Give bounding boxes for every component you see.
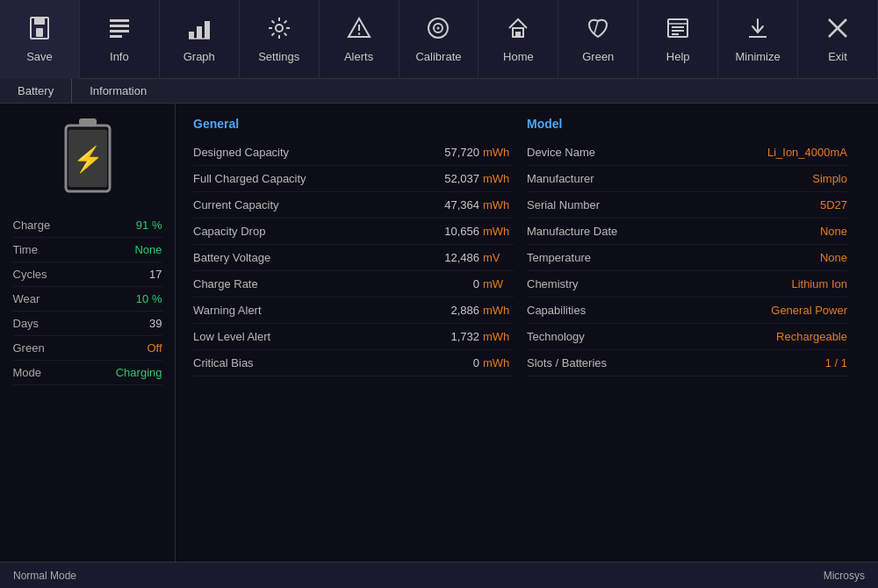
toolbar-item-minimize[interactable]: Minimize [718,0,798,79]
toolbar-item-graph[interactable]: Graph [160,0,240,79]
svg-line-19 [594,21,598,33]
info-row: Serial Number5D27 [527,192,847,219]
save-label: Save [26,50,53,63]
stat-value: 17 [149,268,162,281]
battery-icon: ⚡ [61,117,114,196]
home-label: Home [503,50,534,63]
info-row: CapabilitiesGeneral Power [527,298,847,324]
svg-rect-22 [672,26,684,28]
alerts-icon [347,16,371,45]
info-val-text: None [820,251,847,264]
info-val-text: Simplo [812,172,847,185]
info-key: Device Name [527,146,767,159]
info-unit: mWh [483,172,514,185]
info-row: Full Charged Capacity52,037mWh [193,166,514,192]
info-grid: General Designed Capacity57,720mWhFull C… [193,112,860,376]
green-label: Green [582,50,614,63]
info-row: Charge Rate0mW [193,271,514,298]
svg-rect-6 [110,35,122,38]
toolbar: Save Info Graph Settings Alerts [0,0,878,79]
stat-row: Cycles17 [13,262,162,287]
breadcrumb: Battery Information [0,79,878,104]
svg-rect-3 [110,19,129,22]
info-val-num: 12,486 [444,251,479,264]
stat-row: GreenOff [13,336,162,361]
info-row: Low Level Alert1,732mWh [193,324,514,350]
info-key: Full Charged Capacity [193,172,444,185]
calibrate-icon [426,16,450,45]
stat-label: Green [13,341,45,355]
info-unit: mWh [483,198,514,212]
battery-icon-container: ⚡ [61,117,114,196]
info-val-num: 57,720 [444,146,479,159]
stat-label: Mode [13,366,42,379]
toolbar-item-home[interactable]: Home [479,0,558,79]
toolbar-item-exit[interactable]: Exit [798,0,878,79]
info-row: Manufacture DateNone [527,219,847,245]
minimize-label: Minimize [735,50,780,63]
info-val-text: 1 / 1 [825,356,847,369]
info-key: Current Capacity [193,198,444,212]
info-unit: mWh [483,356,514,369]
info-key: Low Level Alert [193,330,450,343]
stat-label: Cycles [13,268,47,281]
stat-value: Off [147,341,162,355]
info-row: TechnologyRechargeable [527,324,847,350]
info-val-num: 0 [473,356,479,369]
toolbar-item-calibrate[interactable]: Calibrate [399,0,479,79]
toolbar-item-settings[interactable]: Settings [240,0,320,79]
toolbar-item-alerts[interactable]: Alerts [320,0,399,79]
svg-point-16 [437,26,440,29]
info-key: Chemistry [527,277,791,290]
info-row: Battery Voltage12,486mV [193,245,514,271]
stat-label: Time [13,243,38,256]
toolbar-item-green[interactable]: Green [558,0,638,79]
general-column: General Designed Capacity57,720mWhFull C… [193,112,527,376]
stat-value: Charging [116,366,162,379]
info-row: Device NameLi_Ion_4000mA [527,140,847,166]
svg-rect-5 [110,30,129,32]
info-unit: mWh [483,146,514,159]
info-val-num: 47,364 [444,198,479,212]
calibrate-label: Calibrate [415,50,461,63]
info-val-text: Lithium Ion [791,277,847,290]
info-key: Charge Rate [193,277,473,290]
alerts-label: Alerts [344,50,373,63]
info-key: Warning Alert [193,304,450,317]
info-val-num: 2,886 [450,304,479,317]
stat-value: 91 % [136,219,162,232]
stat-value: None [134,243,162,256]
info-val-text: Li_Ion_4000mA [767,146,847,159]
toolbar-item-help[interactable]: Help [638,0,718,79]
svg-point-13 [357,32,359,34]
info-key: Technology [527,330,776,343]
general-header: General [193,117,514,131]
info-val-text: Rechargeable [776,330,847,343]
info-key: Capabilities [527,304,771,317]
info-val-text: General Power [771,304,847,317]
general-rows: Designed Capacity57,720mWhFull Charged C… [193,140,514,376]
svg-point-11 [276,25,283,32]
info-unit: mW [483,277,514,290]
status-right: Microsys [824,570,865,582]
info-label: Info [110,50,129,63]
info-row: Capacity Drop10,656mWh [193,219,514,245]
help-label: Help [666,50,690,63]
info-val-num: 1,732 [450,330,479,343]
info-unit: mV [483,251,514,264]
svg-rect-8 [197,26,202,39]
main-content: ⚡ Charge91 %TimeNoneCycles17Wear10 %Days… [0,104,878,562]
info-unit: mWh [483,304,514,317]
stat-row: ModeCharging [13,361,162,385]
toolbar-item-save[interactable]: Save [0,0,80,79]
toolbar-item-info[interactable]: Info [80,0,160,79]
svg-rect-23 [672,30,684,32]
info-row: ChemistryLithium Ion [527,271,847,298]
model-rows: Device NameLi_Ion_4000mAManufacturerSimp… [527,140,847,376]
info-unit: mWh [483,330,514,343]
info-row: ManufacturerSimplo [527,166,847,192]
exit-icon [825,16,850,45]
info-key: Manufacture Date [527,225,820,238]
info-row: Current Capacity47,364mWh [193,192,514,219]
stat-value: 10 % [136,292,162,305]
